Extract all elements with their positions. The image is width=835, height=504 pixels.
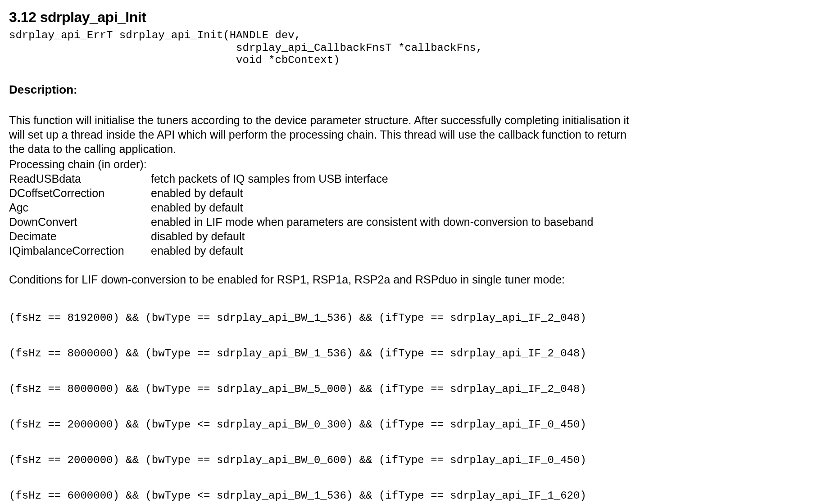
condition-line: (fsHz == 8000000) && (bwType == sdrplay_… <box>9 348 631 360</box>
chain-step-desc: fetch packets of IQ samples from USB int… <box>151 171 594 186</box>
chain-step-desc: enabled by default <box>151 200 594 215</box>
table-row: DCoffsetCorrection enabled by default <box>9 186 594 200</box>
conditions-label: Conditions for LIF down-conversion to be… <box>9 272 631 287</box>
conditions-block: (fsHz == 8192000) && (bwType == sdrplay_… <box>9 288 631 504</box>
chain-step-name: ReadUSBdata <box>9 171 151 186</box>
processing-chain-table: ReadUSBdata fetch packets of IQ samples … <box>9 171 594 258</box>
description-heading: Description: <box>9 83 631 97</box>
condition-line: (fsHz == 2000000) && (bwType == sdrplay_… <box>9 454 631 466</box>
table-row: Decimate disabled by default <box>9 229 594 243</box>
chain-step-name: IQimbalanceCorrection <box>9 243 151 258</box>
chain-step-name: DownConvert <box>9 215 151 229</box>
table-row: ReadUSBdata fetch packets of IQ samples … <box>9 171 594 186</box>
chain-step-desc: enabled by default <box>151 243 594 258</box>
condition-line: (fsHz == 2000000) && (bwType <= sdrplay_… <box>9 419 631 431</box>
table-row: DownConvert enabled in LIF mode when par… <box>9 215 594 229</box>
chain-step-name: Decimate <box>9 229 151 243</box>
chain-step-desc: enabled by default <box>151 186 594 200</box>
table-row: Agc enabled by default <box>9 200 594 215</box>
section-title: 3.12 sdrplay_api_Init <box>9 9 631 26</box>
description-paragraph: This function will initialise the tuners… <box>9 113 631 156</box>
condition-line: (fsHz == 6000000) && (bwType <= sdrplay_… <box>9 490 631 502</box>
table-row: IQimbalanceCorrection enabled by default <box>9 243 594 258</box>
chain-step-desc: disabled by default <box>151 229 594 243</box>
chain-step-name: Agc <box>9 200 151 215</box>
condition-line: (fsHz == 8192000) && (bwType == sdrplay_… <box>9 312 631 324</box>
document-body: 3.12 sdrplay_api_Init sdrplay_api_ErrT s… <box>9 9 631 504</box>
processing-chain-label: Processing chain (in order): <box>9 157 631 171</box>
condition-line: (fsHz == 8000000) && (bwType == sdrplay_… <box>9 383 631 395</box>
function-signature: sdrplay_api_ErrT sdrplay_api_Init(HANDLE… <box>9 29 631 67</box>
chain-step-name: DCoffsetCorrection <box>9 186 151 200</box>
chain-step-desc: enabled in LIF mode when parameters are … <box>151 215 594 229</box>
